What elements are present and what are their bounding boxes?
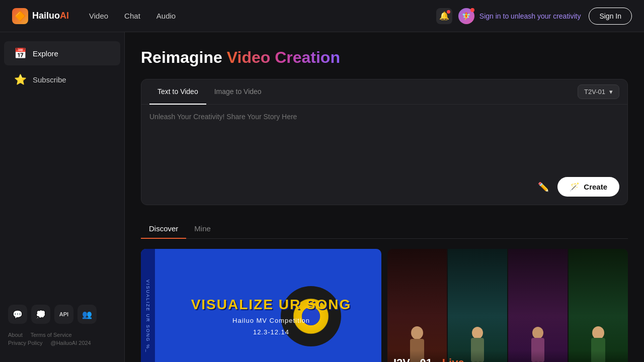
visualize-text-overlay: VISUALIZE UR SONG Hailuo MV Competition …: [161, 249, 381, 362]
hero-title-plain: Reimagine: [141, 48, 227, 66]
featured-video-card[interactable]: VISUALIZE UR SONG %_ VISUALIZE UR SONG H…: [141, 249, 381, 362]
visualize-bg: VISUALIZE UR SONG %_ VISUALIZE UR SONG H…: [141, 249, 381, 362]
about-link[interactable]: About: [8, 332, 23, 338]
sign-in-prompt-area: 🧚 Sign in to unleash your creativity: [458, 8, 581, 24]
sign-in-button[interactable]: Sign In: [589, 8, 632, 25]
sidebar-subscribe-label: Subscribe: [33, 75, 66, 84]
i2v-img-3: [569, 249, 628, 362]
sidebar-bottom: 💬 💭 API 👥 About Terms of Service Privacy…: [0, 297, 124, 354]
logo[interactable]: 🔶 HailuoAI: [12, 8, 69, 24]
sidebar-explore-label: Explore: [33, 49, 58, 58]
i2v-img-1: [448, 249, 507, 362]
nav-video[interactable]: Video: [89, 10, 108, 22]
brand-name: HailuoAI: [32, 11, 69, 21]
sign-in-link[interactable]: Sign in: [479, 12, 501, 20]
create-label: Create: [584, 183, 607, 191]
star-icon: ⭐: [14, 73, 27, 85]
content-area: Reimagine Video Creation Text to Video I…: [125, 32, 644, 362]
svg-point-4: [472, 327, 483, 339]
discover-tabs: Discover Mine: [141, 219, 628, 239]
sidebar-footer: About Terms of Service Privacy Policy @H…: [0, 328, 124, 350]
nav-audio[interactable]: Audio: [156, 10, 176, 22]
tab-discover[interactable]: Discover: [141, 219, 186, 239]
creation-box: Text to Video Image to Video T2V-01 ▾ ✏️…: [141, 79, 628, 205]
side-bar: VISUALIZE UR SONG %_: [141, 249, 155, 362]
sidebar-bottom-icons: 💬 💭 API 👥: [0, 301, 124, 328]
api-button[interactable]: API: [54, 305, 73, 324]
visualize-date: 12.3-12.14: [253, 328, 289, 336]
i2v-label: I2V - 01 - Live: [393, 356, 622, 362]
i2v-bg: [387, 249, 628, 362]
nav-chat[interactable]: Chat: [124, 10, 140, 22]
terms-link[interactable]: Terms of Service: [31, 332, 72, 338]
sidebar: 📅 Explore ⭐ Subscribe 💬 💭 API 👥 About Te…: [0, 32, 125, 362]
wand-icon: 🪄: [570, 182, 580, 192]
tab-image-to-video[interactable]: Image to Video: [206, 79, 270, 105]
users-button[interactable]: 👥: [77, 305, 97, 324]
feedback-button[interactable]: 💭: [31, 305, 50, 324]
textarea-area: [141, 105, 627, 173]
model-label: T2V-01: [584, 88, 605, 96]
create-button[interactable]: 🪄 Create: [557, 177, 619, 197]
main-layout: 📅 Explore ⭐ Subscribe 💬 💭 API 👥 About Te…: [0, 32, 644, 362]
privacy-link[interactable]: Privacy Policy: [8, 340, 42, 346]
notification-dot: [447, 10, 450, 14]
featured-thumb: VISUALIZE UR SONG %_ VISUALIZE UR SONG H…: [141, 249, 381, 362]
creation-tabs-row: Text to Video Image to Video T2V-01 ▾: [141, 79, 627, 105]
edit-icon[interactable]: ✏️: [535, 179, 551, 195]
video-grid-top: VISUALIZE UR SONG %_ VISUALIZE UR SONG H…: [141, 249, 628, 362]
i2v-thumb: I2V - 01 - Live new model: [387, 249, 628, 362]
tab-text-to-video[interactable]: Text to Video: [149, 79, 206, 105]
copyright: @HailuoAI 2024: [50, 340, 91, 346]
svg-point-8: [532, 327, 543, 339]
i2v-img-2: [508, 249, 568, 362]
sign-in-prompt: Sign in to unleash your creativity: [479, 12, 581, 20]
logo-icon: 🔶: [12, 8, 28, 24]
sidebar-item-explore[interactable]: 📅 Explore: [4, 41, 120, 65]
hero-title: Reimagine Video Creation: [141, 48, 628, 67]
chevron-down-icon: ▾: [609, 88, 613, 96]
avatar: 🧚: [458, 8, 474, 24]
avatar-dot: [470, 8, 474, 12]
nav-links: Video Chat Audio: [89, 10, 176, 22]
model-selector[interactable]: T2V-01 ▾: [578, 84, 619, 99]
prompt-input[interactable]: [149, 113, 619, 163]
topnav: 🔶 HailuoAI Video Chat Audio 🔔 🧚 Sign in …: [0, 0, 644, 32]
hero-title-gradient: Video Creation: [227, 48, 340, 66]
visualize-subtitle: Hailuo MV Competition: [232, 317, 310, 324]
sidebar-item-subscribe[interactable]: ⭐ Subscribe: [4, 67, 120, 92]
visualize-title: VISUALIZE UR SONG: [191, 297, 352, 313]
discord-button[interactable]: 💬: [8, 305, 27, 324]
svg-point-0: [411, 326, 423, 339]
textarea-toolbar: ✏️ 🪄 Create: [141, 173, 627, 205]
svg-point-12: [592, 326, 604, 339]
notification-icon[interactable]: 🔔: [436, 8, 452, 24]
i2v-model-card[interactable]: I2V - 01 - Live new model: [387, 249, 628, 362]
calendar-icon: 📅: [14, 47, 27, 59]
i2v-overlay: I2V - 01 - Live new model: [387, 350, 628, 362]
i2v-img-0: [387, 249, 447, 362]
side-text: VISUALIZE UR SONG %_: [145, 280, 150, 353]
tab-mine[interactable]: Mine: [186, 219, 219, 239]
